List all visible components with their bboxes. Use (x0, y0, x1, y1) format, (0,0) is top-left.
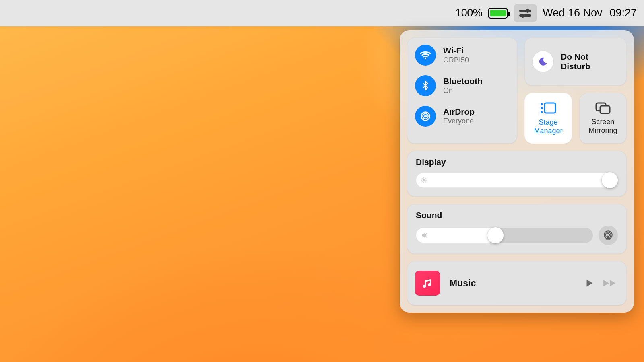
airplay-audio-button[interactable] (599, 226, 618, 245)
sun-icon (421, 177, 427, 183)
airdrop-status: Everyone (443, 117, 475, 125)
sound-label: Sound (416, 210, 618, 220)
svg-line-16 (425, 182, 426, 182)
display-card: Display (407, 151, 627, 197)
bluetooth-icon (415, 75, 436, 96)
dnd-label: Do Not Disturb (561, 52, 619, 71)
svg-rect-9 (600, 106, 610, 113)
bluetooth-status: On (443, 86, 483, 95)
svg-point-19 (607, 234, 610, 237)
do-not-disturb-toggle[interactable]: Do Not Disturb (524, 37, 627, 86)
svg-line-17 (422, 182, 422, 182)
music-card[interactable]: Music (407, 261, 627, 305)
moon-icon (533, 51, 553, 72)
screen-mirroring-button[interactable]: Screen Mirroring (579, 93, 627, 144)
wifi-toggle[interactable]: Wi-Fi ORBI50 (415, 45, 509, 66)
connectivity-card: Wi-Fi ORBI50 Bluetooth On (407, 37, 517, 144)
display-label: Display (416, 157, 618, 167)
airdrop-label: AirDrop (443, 107, 475, 116)
brightness-slider[interactable] (416, 173, 618, 188)
svg-rect-5 (541, 107, 543, 109)
svg-line-15 (422, 178, 422, 179)
wifi-network: ORBI50 (443, 56, 469, 64)
battery-percentage: 100% (455, 7, 482, 19)
wifi-label: Wi-Fi (443, 46, 469, 55)
svg-rect-6 (541, 111, 543, 113)
forward-button[interactable] (603, 278, 619, 288)
svg-point-0 (425, 57, 426, 59)
svg-rect-4 (541, 103, 543, 105)
stage-manager-toggle[interactable]: Stage Manager (524, 93, 572, 144)
bluetooth-toggle[interactable]: Bluetooth On (415, 75, 509, 96)
stage-manager-icon (539, 101, 557, 115)
play-button[interactable] (584, 278, 594, 288)
volume-slider[interactable] (416, 228, 593, 243)
menubar-date: Wed 16 Nov (543, 7, 602, 19)
svg-rect-7 (545, 103, 555, 113)
wifi-icon (415, 45, 436, 66)
menubar-time: 09:27 (609, 7, 637, 19)
control-center-panel: Wi-Fi ORBI50 Bluetooth On (400, 30, 634, 313)
music-title: Music (450, 278, 574, 289)
sound-card: Sound (407, 204, 627, 254)
music-app-icon (415, 271, 440, 296)
speaker-icon (421, 232, 428, 239)
screen-mirroring-icon (595, 102, 611, 115)
svg-point-1 (424, 115, 427, 117)
battery-icon[interactable] (488, 8, 508, 19)
airplay-icon (603, 230, 613, 241)
control-center-icon (519, 9, 531, 17)
airdrop-icon (415, 106, 436, 127)
menu-bar: 100% Wed 16 Nov 09:27 (0, 0, 644, 26)
screen-mirroring-label: Screen Mirroring (579, 118, 627, 134)
control-center-menubar-button[interactable] (514, 4, 537, 22)
bluetooth-label: Bluetooth (443, 76, 483, 86)
svg-point-10 (423, 179, 425, 181)
menubar-datetime[interactable]: Wed 16 Nov 09:27 (543, 7, 637, 19)
stage-manager-label: Stage Manager (524, 118, 572, 135)
airdrop-toggle[interactable]: AirDrop Everyone (415, 106, 509, 127)
svg-line-18 (425, 178, 426, 179)
